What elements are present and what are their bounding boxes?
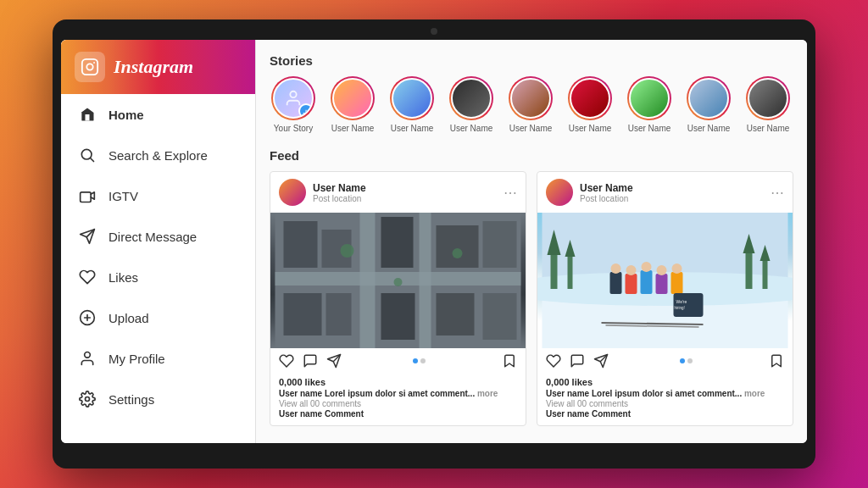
comments-link-2[interactable]: View all 00 comments bbox=[546, 399, 784, 408]
feed-location-2: Post location bbox=[580, 194, 764, 203]
laptop-frame: Instagram Home Search bbox=[53, 19, 815, 469]
feed-dots-2 bbox=[680, 358, 693, 363]
sidebar-item-direct[interactable]: Direct Message bbox=[61, 216, 255, 257]
story-item-1[interactable]: User Name bbox=[329, 76, 376, 133]
svg-rect-50 bbox=[656, 274, 668, 294]
feed-card-1: User Name Post location ⋯ bbox=[270, 171, 526, 426]
svg-point-30 bbox=[394, 278, 403, 286]
comment-1: User name Comment bbox=[279, 409, 517, 419]
svg-rect-5 bbox=[81, 192, 92, 202]
share-icon-2[interactable] bbox=[593, 353, 609, 369]
story-label-8: User Name bbox=[744, 124, 792, 133]
story-label-4: User Name bbox=[507, 124, 554, 133]
svg-point-12 bbox=[86, 397, 90, 402]
svg-point-11 bbox=[85, 352, 91, 358]
caption-text-2: Lorel ipsum dolor si amet comment... bbox=[592, 389, 744, 398]
svg-rect-46 bbox=[626, 274, 637, 294]
story-label: Your Story bbox=[270, 124, 317, 133]
feed-footer-2: 0,000 likes User name Lorel ipsum dolor … bbox=[537, 374, 793, 425]
likes-count-2: 0,000 likes bbox=[546, 377, 784, 387]
story-item-7[interactable]: User Name bbox=[685, 76, 732, 133]
story-item-3[interactable]: User Name bbox=[448, 76, 495, 133]
svg-text:hiring!: hiring! bbox=[675, 306, 685, 310]
dot-inactive-2 bbox=[687, 358, 693, 363]
like-icon-1[interactable] bbox=[279, 353, 294, 369]
add-story-btn[interactable]: + bbox=[298, 103, 314, 119]
stories-row: + Your Story User Name User Name User Na… bbox=[270, 76, 793, 133]
svg-point-2 bbox=[93, 62, 95, 64]
sidebar-item-search[interactable]: Search & Explore bbox=[61, 135, 255, 175]
story-label-5: User Name bbox=[566, 124, 614, 133]
svg-rect-44 bbox=[610, 272, 622, 294]
app-name: Instagram bbox=[114, 56, 193, 78]
stories-title: Stories bbox=[270, 53, 793, 68]
comment-2: User name Comment bbox=[546, 409, 784, 419]
heart-icon bbox=[78, 268, 97, 286]
dot-inactive bbox=[420, 358, 426, 363]
feed-location-1: Post location bbox=[313, 194, 497, 203]
feed-grid: User Name Post location ⋯ bbox=[270, 171, 793, 426]
comments-link-1[interactable]: View all 00 comments bbox=[279, 399, 517, 408]
profile-label: My Profile bbox=[108, 352, 165, 366]
story-item-your[interactable]: + Your Story bbox=[270, 76, 317, 133]
bookmark-icon-2[interactable] bbox=[769, 353, 784, 369]
svg-rect-21 bbox=[437, 225, 479, 268]
caption-text-1: Lorel ipsum dolor si amet comment... bbox=[325, 389, 477, 398]
comment-icon-2[interactable] bbox=[570, 353, 585, 369]
svg-rect-40 bbox=[746, 251, 753, 289]
bookmark-icon-1[interactable] bbox=[502, 353, 517, 369]
camera bbox=[431, 28, 437, 35]
sidebar-item-likes[interactable]: Likes bbox=[61, 257, 255, 297]
svg-point-45 bbox=[611, 263, 621, 274]
comment-text-2: Comment bbox=[592, 409, 631, 419]
svg-point-28 bbox=[341, 244, 354, 258]
direct-icon bbox=[78, 227, 97, 246]
search-icon bbox=[78, 146, 97, 164]
sidebar-item-igtv[interactable]: IGTV bbox=[61, 175, 255, 216]
sidebar-item-settings[interactable]: Settings bbox=[61, 379, 255, 419]
feed-actions-2 bbox=[537, 348, 793, 374]
caption-1: User name Lorel ipsum dolor si amet comm… bbox=[279, 389, 517, 398]
feed-image-1 bbox=[270, 213, 526, 348]
sidebar: Instagram Home Search bbox=[61, 40, 256, 443]
sidebar-item-upload[interactable]: Upload bbox=[61, 297, 255, 338]
share-icon-1[interactable] bbox=[326, 353, 342, 369]
sidebar-item-profile[interactable]: My Profile bbox=[61, 338, 255, 379]
comment-icon-1[interactable] bbox=[303, 353, 318, 369]
main-content: Stories + Your Story bbox=[256, 40, 807, 443]
feed-header-1: User Name Post location ⋯ bbox=[270, 172, 526, 213]
caption-more-1[interactable]: more bbox=[477, 389, 498, 398]
like-icon-2[interactable] bbox=[546, 353, 561, 369]
story-item-5[interactable]: User Name bbox=[566, 76, 614, 133]
feed-avatar-1 bbox=[279, 179, 306, 206]
svg-rect-22 bbox=[483, 221, 517, 268]
gear-icon bbox=[78, 390, 97, 408]
home-label: Home bbox=[108, 108, 144, 122]
svg-point-51 bbox=[657, 265, 667, 275]
plus-circle-icon bbox=[78, 308, 97, 327]
story-label-3: User Name bbox=[448, 124, 495, 133]
svg-text:We're: We're bbox=[676, 299, 687, 304]
dot-active bbox=[413, 358, 418, 363]
story-item-6[interactable]: User Name bbox=[626, 76, 673, 133]
feed-footer-1: 0,000 likes User name Lorel ipsum dolor … bbox=[270, 374, 526, 425]
search-label: Search & Explore bbox=[108, 148, 208, 163]
feed-more-1[interactable]: ⋯ bbox=[504, 185, 517, 201]
feed-more-2[interactable]: ⋯ bbox=[771, 185, 784, 201]
svg-point-29 bbox=[453, 248, 463, 258]
svg-rect-20 bbox=[381, 217, 414, 268]
feed-user-info-1: User Name Post location bbox=[313, 182, 497, 203]
story-item-8[interactable]: User Name bbox=[744, 76, 792, 133]
home-icon bbox=[78, 105, 97, 124]
svg-point-49 bbox=[642, 262, 652, 272]
feed-dots-1 bbox=[413, 358, 426, 363]
story-item-4[interactable]: User Name bbox=[507, 76, 554, 133]
svg-rect-0 bbox=[82, 59, 97, 75]
story-item-2[interactable]: User Name bbox=[388, 76, 436, 133]
sidebar-item-home[interactable]: Home bbox=[61, 94, 255, 135]
feed-header-2: User Name Post location ⋯ bbox=[537, 172, 793, 213]
svg-rect-26 bbox=[437, 293, 475, 336]
caption-more-2[interactable]: more bbox=[744, 389, 765, 398]
user-icon bbox=[78, 349, 97, 368]
feed-actions-1 bbox=[270, 348, 526, 374]
